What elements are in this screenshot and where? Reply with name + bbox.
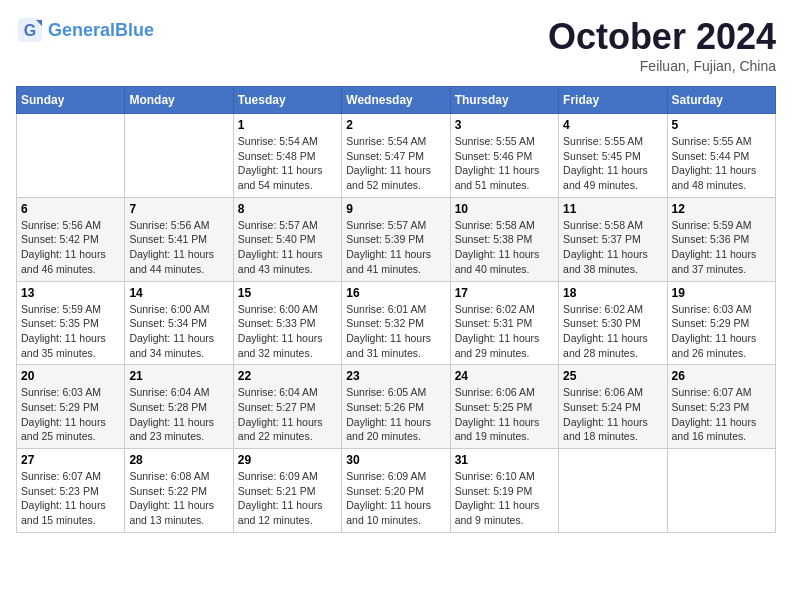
- day-number: 8: [238, 202, 337, 216]
- day-number: 20: [21, 369, 120, 383]
- day-info: Sunrise: 6:03 AM Sunset: 5:29 PM Dayligh…: [21, 385, 120, 444]
- weekday-thursday: Thursday: [450, 87, 558, 114]
- day-number: 14: [129, 286, 228, 300]
- day-number: 15: [238, 286, 337, 300]
- day-info: Sunrise: 5:57 AM Sunset: 5:39 PM Dayligh…: [346, 218, 445, 277]
- calendar-cell: 10Sunrise: 5:58 AM Sunset: 5:38 PM Dayli…: [450, 197, 558, 281]
- day-number: 11: [563, 202, 662, 216]
- day-info: Sunrise: 5:59 AM Sunset: 5:36 PM Dayligh…: [672, 218, 771, 277]
- calendar-cell: 16Sunrise: 6:01 AM Sunset: 5:32 PM Dayli…: [342, 281, 450, 365]
- calendar-cell: 7Sunrise: 5:56 AM Sunset: 5:41 PM Daylig…: [125, 197, 233, 281]
- weekday-sunday: Sunday: [17, 87, 125, 114]
- day-number: 5: [672, 118, 771, 132]
- weekday-monday: Monday: [125, 87, 233, 114]
- day-number: 26: [672, 369, 771, 383]
- day-number: 13: [21, 286, 120, 300]
- calendar-week-3: 13Sunrise: 5:59 AM Sunset: 5:35 PM Dayli…: [17, 281, 776, 365]
- day-info: Sunrise: 5:54 AM Sunset: 5:48 PM Dayligh…: [238, 134, 337, 193]
- day-info: Sunrise: 6:06 AM Sunset: 5:25 PM Dayligh…: [455, 385, 554, 444]
- calendar-cell: 9Sunrise: 5:57 AM Sunset: 5:39 PM Daylig…: [342, 197, 450, 281]
- day-info: Sunrise: 6:04 AM Sunset: 5:28 PM Dayligh…: [129, 385, 228, 444]
- day-number: 3: [455, 118, 554, 132]
- day-info: Sunrise: 6:07 AM Sunset: 5:23 PM Dayligh…: [672, 385, 771, 444]
- weekday-friday: Friday: [559, 87, 667, 114]
- weekday-tuesday: Tuesday: [233, 87, 341, 114]
- calendar-cell: 13Sunrise: 5:59 AM Sunset: 5:35 PM Dayli…: [17, 281, 125, 365]
- day-info: Sunrise: 6:03 AM Sunset: 5:29 PM Dayligh…: [672, 302, 771, 361]
- day-number: 28: [129, 453, 228, 467]
- calendar-cell: 4Sunrise: 5:55 AM Sunset: 5:45 PM Daylig…: [559, 114, 667, 198]
- day-number: 23: [346, 369, 445, 383]
- calendar-cell: 21Sunrise: 6:04 AM Sunset: 5:28 PM Dayli…: [125, 365, 233, 449]
- calendar-cell: 15Sunrise: 6:00 AM Sunset: 5:33 PM Dayli…: [233, 281, 341, 365]
- day-number: 27: [21, 453, 120, 467]
- day-info: Sunrise: 5:55 AM Sunset: 5:44 PM Dayligh…: [672, 134, 771, 193]
- day-info: Sunrise: 6:06 AM Sunset: 5:24 PM Dayligh…: [563, 385, 662, 444]
- day-number: 16: [346, 286, 445, 300]
- weekday-saturday: Saturday: [667, 87, 775, 114]
- calendar-cell: 12Sunrise: 5:59 AM Sunset: 5:36 PM Dayli…: [667, 197, 775, 281]
- day-info: Sunrise: 6:00 AM Sunset: 5:34 PM Dayligh…: [129, 302, 228, 361]
- calendar-week-4: 20Sunrise: 6:03 AM Sunset: 5:29 PM Dayli…: [17, 365, 776, 449]
- calendar-cell: 29Sunrise: 6:09 AM Sunset: 5:21 PM Dayli…: [233, 449, 341, 533]
- day-number: 7: [129, 202, 228, 216]
- calendar-cell: 1Sunrise: 5:54 AM Sunset: 5:48 PM Daylig…: [233, 114, 341, 198]
- calendar-cell: 3Sunrise: 5:55 AM Sunset: 5:46 PM Daylig…: [450, 114, 558, 198]
- day-number: 10: [455, 202, 554, 216]
- calendar-week-1: 1Sunrise: 5:54 AM Sunset: 5:48 PM Daylig…: [17, 114, 776, 198]
- location: Feiluan, Fujian, China: [548, 58, 776, 74]
- day-info: Sunrise: 5:56 AM Sunset: 5:42 PM Dayligh…: [21, 218, 120, 277]
- calendar-cell: 22Sunrise: 6:04 AM Sunset: 5:27 PM Dayli…: [233, 365, 341, 449]
- day-number: 25: [563, 369, 662, 383]
- day-info: Sunrise: 5:55 AM Sunset: 5:45 PM Dayligh…: [563, 134, 662, 193]
- weekday-wednesday: Wednesday: [342, 87, 450, 114]
- day-info: Sunrise: 6:02 AM Sunset: 5:31 PM Dayligh…: [455, 302, 554, 361]
- calendar-cell: 14Sunrise: 6:00 AM Sunset: 5:34 PM Dayli…: [125, 281, 233, 365]
- day-number: 31: [455, 453, 554, 467]
- title-block: October 2024 Feiluan, Fujian, China: [548, 16, 776, 74]
- page-header: G GeneralBlue October 2024 Feiluan, Fuji…: [16, 16, 776, 74]
- day-number: 18: [563, 286, 662, 300]
- calendar-cell: 17Sunrise: 6:02 AM Sunset: 5:31 PM Dayli…: [450, 281, 558, 365]
- calendar-cell: 11Sunrise: 5:58 AM Sunset: 5:37 PM Dayli…: [559, 197, 667, 281]
- day-info: Sunrise: 6:09 AM Sunset: 5:20 PM Dayligh…: [346, 469, 445, 528]
- calendar-cell: 5Sunrise: 5:55 AM Sunset: 5:44 PM Daylig…: [667, 114, 775, 198]
- day-number: 17: [455, 286, 554, 300]
- calendar-cell: [17, 114, 125, 198]
- calendar-week-2: 6Sunrise: 5:56 AM Sunset: 5:42 PM Daylig…: [17, 197, 776, 281]
- logo-icon: G: [16, 16, 44, 44]
- day-info: Sunrise: 6:02 AM Sunset: 5:30 PM Dayligh…: [563, 302, 662, 361]
- calendar-cell: 6Sunrise: 5:56 AM Sunset: 5:42 PM Daylig…: [17, 197, 125, 281]
- day-info: Sunrise: 5:59 AM Sunset: 5:35 PM Dayligh…: [21, 302, 120, 361]
- day-number: 9: [346, 202, 445, 216]
- day-number: 1: [238, 118, 337, 132]
- day-info: Sunrise: 5:56 AM Sunset: 5:41 PM Dayligh…: [129, 218, 228, 277]
- calendar-cell: 18Sunrise: 6:02 AM Sunset: 5:30 PM Dayli…: [559, 281, 667, 365]
- day-info: Sunrise: 6:08 AM Sunset: 5:22 PM Dayligh…: [129, 469, 228, 528]
- day-info: Sunrise: 6:07 AM Sunset: 5:23 PM Dayligh…: [21, 469, 120, 528]
- calendar-cell: 28Sunrise: 6:08 AM Sunset: 5:22 PM Dayli…: [125, 449, 233, 533]
- day-info: Sunrise: 5:58 AM Sunset: 5:38 PM Dayligh…: [455, 218, 554, 277]
- calendar-cell: 8Sunrise: 5:57 AM Sunset: 5:40 PM Daylig…: [233, 197, 341, 281]
- day-info: Sunrise: 5:54 AM Sunset: 5:47 PM Dayligh…: [346, 134, 445, 193]
- calendar-cell: 23Sunrise: 6:05 AM Sunset: 5:26 PM Dayli…: [342, 365, 450, 449]
- calendar-cell: 27Sunrise: 6:07 AM Sunset: 5:23 PM Dayli…: [17, 449, 125, 533]
- calendar-body: 1Sunrise: 5:54 AM Sunset: 5:48 PM Daylig…: [17, 114, 776, 533]
- calendar-cell: 19Sunrise: 6:03 AM Sunset: 5:29 PM Dayli…: [667, 281, 775, 365]
- day-number: 29: [238, 453, 337, 467]
- weekday-header-row: SundayMondayTuesdayWednesdayThursdayFrid…: [17, 87, 776, 114]
- day-number: 19: [672, 286, 771, 300]
- day-info: Sunrise: 5:55 AM Sunset: 5:46 PM Dayligh…: [455, 134, 554, 193]
- calendar-table: SundayMondayTuesdayWednesdayThursdayFrid…: [16, 86, 776, 533]
- calendar-cell: [667, 449, 775, 533]
- day-info: Sunrise: 6:04 AM Sunset: 5:27 PM Dayligh…: [238, 385, 337, 444]
- day-info: Sunrise: 6:09 AM Sunset: 5:21 PM Dayligh…: [238, 469, 337, 528]
- calendar-cell: 2Sunrise: 5:54 AM Sunset: 5:47 PM Daylig…: [342, 114, 450, 198]
- day-number: 22: [238, 369, 337, 383]
- calendar-cell: [559, 449, 667, 533]
- calendar-cell: 30Sunrise: 6:09 AM Sunset: 5:20 PM Dayli…: [342, 449, 450, 533]
- calendar-week-5: 27Sunrise: 6:07 AM Sunset: 5:23 PM Dayli…: [17, 449, 776, 533]
- logo-text: GeneralBlue: [48, 20, 154, 41]
- day-info: Sunrise: 6:10 AM Sunset: 5:19 PM Dayligh…: [455, 469, 554, 528]
- month-title: October 2024: [548, 16, 776, 58]
